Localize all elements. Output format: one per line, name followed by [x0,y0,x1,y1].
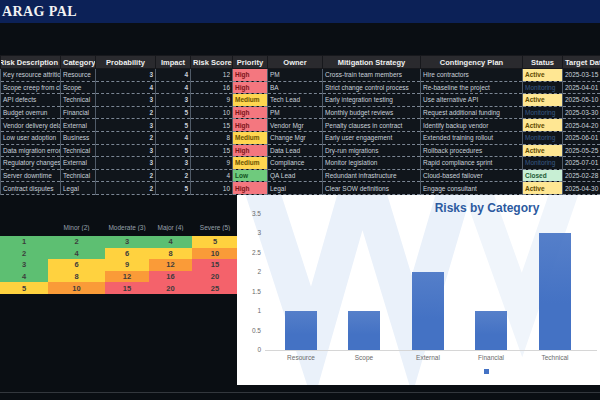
cell-priority[interactable]: High [233,144,268,157]
matrix-cell[interactable]: 4 [149,236,192,248]
cell-priority[interactable]: Low [233,169,268,182]
cell-priority[interactable]: High [233,106,268,119]
cell-mitigation[interactable]: Strict change control process [323,81,421,94]
cell-target-date[interactable]: 2025-05-25 [563,144,600,157]
cell-description[interactable]: Low user adoption [1,131,61,144]
cell-target-date[interactable]: 2025-06-01 [563,131,600,144]
cell-mitigation[interactable]: Dry-run migrations [323,144,421,157]
cell-priority[interactable]: High [233,81,268,94]
cell-probability[interactable]: 3 [96,69,156,82]
column-header-probability[interactable]: Probability [96,56,156,69]
cell-probability[interactable]: 3 [96,119,156,132]
cell-contingency[interactable]: Engage consultant [421,182,523,195]
cell-contingency[interactable]: Rapid compliance sprint [421,157,523,170]
cell-mitigation[interactable]: Monthly budget reviews [323,106,421,119]
matrix-cell[interactable]: 8 [48,271,105,283]
cell-probability[interactable]: 4 [96,81,156,94]
risks-by-category-chart[interactable]: Risks by Category 3.532.521.510.50Resour… [237,195,600,385]
cell-mitigation[interactable]: Clear SOW definitions [323,182,421,195]
cell-risk-score[interactable]: 9 [191,94,233,107]
cell-risk-score[interactable]: 9 [191,157,233,170]
cell-owner[interactable]: Data Lead [268,144,323,157]
column-header-status[interactable]: Status [523,56,563,69]
cell-category[interactable]: Technical [61,144,96,157]
cell-description[interactable]: Scope creep from client [1,81,61,94]
cell-probability[interactable]: 2 [96,131,156,144]
cell-impact[interactable]: 4 [156,81,191,94]
cell-owner[interactable]: PM [268,69,323,82]
cell-risk-score[interactable]: 10 [191,106,233,119]
cell-impact[interactable]: 5 [156,106,191,119]
cell-owner[interactable]: Compliance [268,157,323,170]
matrix-cell[interactable]: 3 [0,259,48,271]
cell-risk-score[interactable]: 8 [191,131,233,144]
cell-probability[interactable]: 3 [96,144,156,157]
cell-priority[interactable]: High [233,182,268,195]
chart-bar-resource[interactable] [285,311,317,350]
column-header-impact[interactable]: Impact [156,56,191,69]
cell-target-date[interactable]: 2025-05-10 [563,94,600,107]
matrix-cell[interactable]: 4 [0,271,48,283]
matrix-cell[interactable]: 20 [192,271,238,283]
cell-target-date[interactable]: 2025-04-20 [563,119,600,132]
cell-description[interactable]: Regulatory changes [1,157,61,170]
cell-status[interactable]: Active [523,69,563,82]
cell-target-date[interactable]: 2025-07-01 [563,157,600,170]
cell-status[interactable]: Monitoring [523,81,563,94]
matrix-cell[interactable]: 20 [149,282,192,294]
cell-priority[interactable]: High [233,119,268,132]
cell-probability[interactable]: 2 [96,169,156,182]
cell-impact[interactable]: 3 [156,157,191,170]
cell-mitigation[interactable]: Penalty clauses in contract [323,119,421,132]
matrix-cell[interactable]: 6 [48,259,105,271]
matrix-cell[interactable]: 10 [192,248,238,260]
matrix-cell[interactable]: 4 [48,248,105,260]
cell-target-date[interactable]: 2025-04-01 [563,81,600,94]
cell-priority[interactable]: Medium [233,131,268,144]
cell-probability[interactable]: 2 [96,182,156,195]
cell-mitigation[interactable]: Early integration testing [323,94,421,107]
cell-description[interactable]: Key resource attrition [1,69,61,82]
matrix-cell[interactable]: 15 [192,259,238,271]
cell-priority[interactable]: High [233,69,268,82]
matrix-cell[interactable]: 16 [149,271,192,283]
cell-category[interactable]: External [61,119,96,132]
cell-contingency[interactable]: Hire contractors [421,69,523,82]
cell-category[interactable]: External [61,157,96,170]
cell-contingency[interactable]: Extended training rollout [421,131,523,144]
chart-legend-marker[interactable] [484,369,489,374]
column-header-mitigation-strategy[interactable]: Mitigation Strategy [323,56,421,69]
cell-priority[interactable]: Medium [233,94,268,107]
cell-impact[interactable]: 5 [156,119,191,132]
cell-status[interactable]: Monitoring [523,131,563,144]
cell-category[interactable]: Business [61,131,96,144]
column-header-owner[interactable]: Owner [268,56,323,69]
cell-category[interactable]: Resource [61,69,96,82]
cell-owner[interactable]: QA Lead [268,169,323,182]
cell-status[interactable]: Monitoring [523,157,563,170]
cell-mitigation[interactable]: Monitor legislation [323,157,421,170]
column-header-category[interactable]: Category [61,56,96,69]
cell-status[interactable]: Active [523,119,563,132]
matrix-cell[interactable]: 5 [0,282,48,294]
cell-description[interactable]: Server downtime [1,169,61,182]
matrix-cell[interactable]: 3 [105,236,149,248]
chart-bar-technical[interactable] [539,233,571,350]
matrix-cell[interactable]: 9 [105,259,149,271]
chart-bar-financial[interactable] [475,311,507,350]
cell-category[interactable]: Legal [61,182,96,195]
cell-contingency[interactable]: Request additional funding [421,106,523,119]
cell-contingency[interactable]: Use alternative API [421,94,523,107]
cell-owner[interactable]: Change Mgr [268,131,323,144]
matrix-cell[interactable]: 10 [48,282,105,294]
column-header-target-date[interactable]: Target Date [563,56,600,69]
cell-owner[interactable]: Vendor Mgr [268,119,323,132]
cell-mitigation[interactable]: Redundant infrastructure [323,169,421,182]
chart-bar-external[interactable] [412,272,444,350]
column-header-priority[interactable]: Priority [233,56,268,69]
cell-risk-score[interactable]: 16 [191,81,233,94]
cell-priority[interactable]: Medium [233,157,268,170]
cell-description[interactable]: Vendor delivery delay [1,119,61,132]
matrix-cell[interactable]: 15 [105,282,149,294]
cell-impact[interactable]: 2 [156,169,191,182]
